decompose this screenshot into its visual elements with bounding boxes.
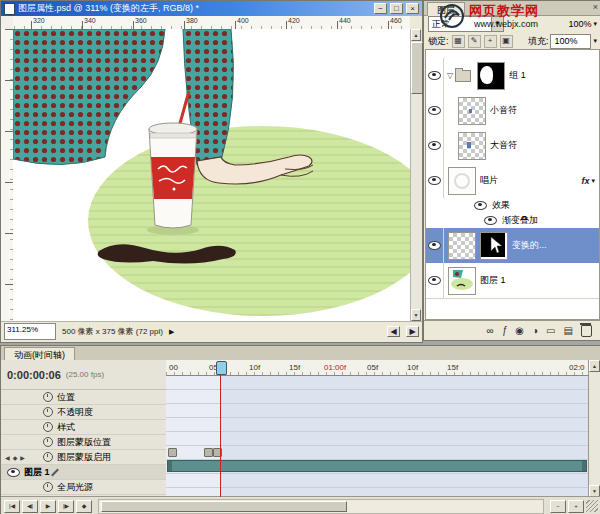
visibility-toggle[interactable] (426, 93, 444, 128)
layer-thumbnail[interactable] (458, 132, 486, 160)
eye-icon[interactable] (474, 201, 487, 210)
scrollbar-thumb[interactable] (101, 501, 347, 512)
eye-icon[interactable] (484, 216, 497, 225)
lock-transparency-icon[interactable]: ▦ (452, 35, 465, 48)
tab-layers[interactable]: 图层 (427, 2, 465, 16)
visibility-toggle[interactable] (426, 263, 444, 298)
tab-animation-timeline[interactable]: 动画(时间轴) (4, 347, 75, 361)
property-row-style[interactable]: 样式 (1, 420, 166, 435)
layer-mask-thumbnail[interactable] (480, 232, 508, 260)
stopwatch-icon[interactable] (43, 437, 53, 447)
layer-duration-bar[interactable] (167, 460, 587, 472)
prev-keyframe-icon[interactable]: ◀ (5, 454, 10, 461)
next-keyframe-icon[interactable]: ▶ (20, 454, 25, 461)
scroll-up-icon[interactable]: ▲ (411, 29, 421, 41)
play-icon[interactable]: ▶ (40, 500, 56, 513)
fx-badge[interactable]: fx (581, 176, 589, 186)
stopwatch-icon[interactable] (43, 422, 53, 432)
close-button[interactable]: × (406, 3, 419, 14)
group-mask-thumbnail[interactable] (477, 62, 505, 90)
vertical-scrollbar[interactable]: ▲ ▼ (410, 29, 422, 321)
layer-style-icon[interactable]: ƒ (502, 325, 508, 336)
lock-all-icon[interactable]: ▣ (500, 35, 513, 48)
audio-toggle-icon[interactable]: ◆ (76, 500, 92, 513)
blend-mode-row: 正常 ▼ 100% ▾ (424, 15, 600, 33)
delete-layer-icon[interactable] (581, 325, 592, 337)
stopwatch-icon[interactable] (43, 482, 53, 492)
chevron-down-icon: ▾ (593, 37, 597, 45)
scroll-left-icon[interactable]: ◀ (387, 326, 400, 337)
current-time-display[interactable]: 0:00:00:06 (25.00 fps) (1, 360, 166, 390)
timeline-vertical-scrollbar[interactable]: ▲ ▼ (588, 360, 600, 497)
track-separator (166, 389, 589, 390)
resize-grip[interactable] (586, 500, 598, 512)
layer-thumbnail[interactable] (448, 232, 476, 260)
timeline-controls: |◀ ◀| ▶ |▶ ◆ − + (1, 496, 600, 514)
layer-thumbnail[interactable] (448, 167, 476, 195)
add-mask-icon[interactable]: ◉ (515, 325, 524, 336)
scroll-down-icon[interactable]: ▼ (411, 309, 421, 321)
scroll-right-icon[interactable]: ▶ (406, 326, 419, 337)
layer-row-layer1[interactable]: 图层 1 (426, 263, 599, 299)
fill-field[interactable]: 填充: 100% ▾ (528, 34, 597, 49)
scroll-up-icon[interactable]: ▲ (589, 360, 600, 372)
opacity-field[interactable]: 100% ▾ (568, 19, 597, 29)
chevron-down-icon: ▾ (593, 20, 597, 28)
stopwatch-icon[interactable] (43, 452, 53, 462)
new-layer-icon[interactable]: ▤ (564, 325, 573, 336)
layer-row-record[interactable]: 唱片 fx ▾ (426, 163, 599, 199)
timeline-layer-row[interactable]: 图层 1 (1, 465, 166, 480)
lock-pixels-icon[interactable]: ✎ (468, 35, 481, 48)
effects-collapse-icon[interactable]: ▾ (591, 177, 595, 185)
prev-frame-icon[interactable]: ◀| (22, 500, 38, 513)
property-label: 位置 (57, 391, 75, 404)
property-row-position[interactable]: 位置 (1, 390, 166, 405)
property-row-mask-enable[interactable]: ◀ ◆ ▶ 图层蒙版启用 (1, 450, 166, 465)
visibility-toggle[interactable] (426, 58, 444, 93)
property-row-mask-position[interactable]: 图层蒙版位置 (1, 435, 166, 450)
keyframe-navigator: ◀ ◆ ▶ (5, 450, 25, 464)
keyframe[interactable] (168, 448, 177, 457)
zoom-level-field[interactable]: 311.25% (4, 323, 56, 340)
stopwatch-icon[interactable] (43, 407, 53, 417)
keyframe[interactable] (204, 448, 213, 457)
visibility-toggle[interactable] (426, 128, 444, 163)
chevron-down-icon: ▼ (491, 17, 503, 31)
adjustment-layer-icon[interactable]: ◑ (532, 325, 538, 336)
visibility-toggle[interactable] (426, 163, 444, 198)
layer-row-transformed-selected[interactable]: 变换的... (426, 228, 599, 264)
gradient-overlay-row[interactable]: 渐变叠加 (426, 213, 599, 229)
first-frame-icon[interactable]: |◀ (4, 500, 20, 513)
layer-row-big-note[interactable]: 大音符 (426, 128, 599, 164)
visibility-toggle[interactable] (426, 228, 444, 263)
stopwatch-icon[interactable] (43, 392, 53, 402)
new-group-icon[interactable]: ▭ (546, 325, 555, 336)
zoom-out-icon[interactable]: − (550, 500, 566, 513)
lock-position-icon[interactable]: + (484, 35, 497, 48)
layer-thumbnail[interactable] (458, 97, 486, 125)
timeline-horizontal-scrollbar[interactable] (98, 499, 544, 514)
timeline-ruler[interactable]: 00 05f 10f 15f 01:00f 05f 10f 15f 02:0 (166, 360, 589, 376)
blend-mode-select[interactable]: 正常 ▼ (428, 16, 504, 32)
scrollbar-thumb[interactable] (411, 42, 423, 94)
canvas[interactable] (13, 29, 410, 321)
document-titlebar[interactable]: 图层属性.psd @ 311% (变换的左手, RGB/8) * − □ × (1, 1, 422, 16)
next-frame-icon[interactable]: |▶ (58, 500, 74, 513)
eye-icon[interactable] (7, 468, 20, 477)
restore-button[interactable]: □ (390, 3, 403, 14)
layers-panel-tabbar: 图层 × (424, 1, 600, 16)
property-row-opacity[interactable]: 不透明度 (1, 405, 166, 420)
group-expand-icon[interactable]: ▽ (447, 71, 453, 80)
add-keyframe-icon[interactable]: ◆ (13, 454, 18, 461)
panel-close-icon[interactable]: × (593, 2, 598, 12)
property-row-global-light[interactable]: 全局光源 (1, 480, 166, 495)
playhead-marker[interactable] (216, 361, 227, 375)
effects-row[interactable]: 效果 (426, 198, 599, 214)
layer-row-small-note[interactable]: 小音符 (426, 93, 599, 129)
link-layers-icon[interactable]: ∞ (487, 325, 494, 336)
layer-row-group1[interactable]: ▽ 组 1 (426, 58, 599, 94)
status-menu-icon[interactable]: ▶ (169, 328, 174, 336)
minimize-button[interactable]: − (374, 3, 387, 14)
layer-thumbnail[interactable] (448, 267, 476, 295)
zoom-in-icon[interactable]: + (568, 500, 584, 513)
